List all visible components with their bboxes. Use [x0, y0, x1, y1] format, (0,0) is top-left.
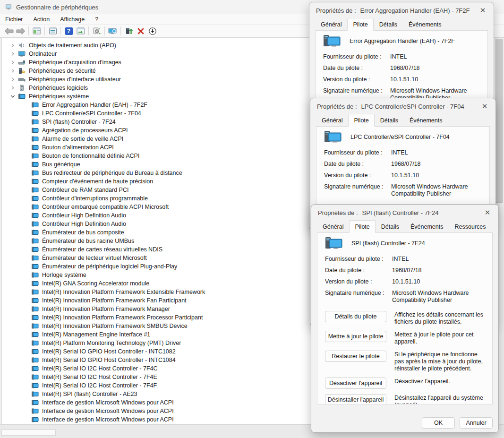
help-icon[interactable]: ?: [63, 26, 75, 36]
tree-item-label: Intel(R) Innovation Platform Framework E…: [42, 289, 205, 295]
tab[interactable]: Événements: [404, 115, 448, 127]
field-value: INTEL: [392, 256, 485, 263]
tree-item-label: Périphériques d'interface utilisateur: [29, 76, 121, 83]
system-device-icon: [31, 272, 39, 279]
driver-action-button[interactable]: Restaurer le pilote: [325, 351, 386, 362]
export-list-icon[interactable]: [75, 26, 86, 36]
system-device-icon: [31, 144, 39, 151]
chevron-right-icon[interactable]: [10, 77, 16, 82]
dialog-footer: OK Annuler: [422, 417, 493, 429]
tab[interactable]: Général: [317, 221, 349, 233]
field-label: Date du pilote :: [325, 267, 387, 274]
close-icon[interactable]: ✕: [478, 6, 488, 15]
tab-strip: GénéralPiloteDétailsÉvénements: [309, 18, 494, 31]
device-name: LPC Controller/eSPI Controller - 7F04: [350, 134, 450, 140]
vertical-scrollbar-thumb[interactable]: [495, 39, 503, 203]
tree-item-label: Périphériques système: [29, 93, 89, 100]
system-device-icon: [31, 136, 39, 143]
ok-button[interactable]: OK: [422, 417, 455, 429]
tree-item-label: Bus redirecteur de périphérique du Burea…: [42, 170, 182, 176]
chevron-right-icon[interactable]: [10, 86, 16, 90]
field-value: 10.1.51.10: [391, 172, 482, 179]
properties-dialog-spi: Propriétés de : SPI (flash) Controller -…: [311, 204, 499, 433]
chevron-right-icon[interactable]: [10, 60, 16, 65]
back-arrow-icon[interactable]: [3, 26, 15, 36]
system-device-icon: [31, 170, 39, 177]
driver-fields: Fournisseur du pilote : INTEL Date du pi…: [317, 253, 492, 304]
menu-item[interactable]: ?: [90, 15, 103, 24]
chevron-right-icon[interactable]: [10, 43, 16, 48]
remote-computer-search-icon[interactable]: [107, 26, 119, 36]
tab[interactable]: Général: [315, 19, 347, 31]
close-icon[interactable]: ✕: [482, 208, 493, 217]
driver-action-button[interactable]: Désactiver l'appareil: [325, 378, 386, 389]
field-label: Fournisseur du pilote :: [325, 256, 387, 263]
forward-arrow-icon[interactable]: [15, 26, 26, 36]
menu-item[interactable]: Action: [28, 15, 55, 24]
console-tree-icon[interactable]: [31, 26, 43, 36]
close-icon[interactable]: ✕: [479, 102, 490, 111]
tab[interactable]: Pilote: [349, 220, 375, 233]
system-device-icon: [31, 255, 39, 262]
dialog-title-prefix: Propriétés de :: [318, 209, 358, 216]
disable-device-icon[interactable]: [146, 26, 158, 36]
uninstall-device-icon[interactable]: [135, 26, 146, 36]
tab[interactable]: Événements: [405, 221, 449, 233]
computer-device-icon: [324, 130, 342, 144]
tab-strip: GénéralPiloteDétailsÉvénements: [310, 114, 495, 127]
tab[interactable]: Ressources: [449, 221, 491, 233]
tab[interactable]: Général: [316, 115, 348, 127]
system-device-icon: [31, 348, 39, 355]
tree-item-label: Périphérique d'acquisition d'images: [29, 59, 121, 66]
tree-item-label: Interface de gestion Microsoft Windows p…: [42, 399, 174, 406]
driver-action-button[interactable]: Désinstaller l'appareil: [325, 394, 386, 404]
system-device-icon: [31, 229, 39, 236]
tab[interactable]: Événements: [403, 19, 447, 31]
driver-tab-page: SPI (flash) Controller - 7F24 Fournisseu…: [317, 232, 493, 404]
tree-item-label: Bus générique: [42, 161, 80, 168]
menu-item[interactable]: Fichier: [0, 15, 28, 24]
update-driver-icon[interactable]: [123, 26, 135, 36]
field-label: Date du pilote :: [324, 161, 386, 168]
tree-item-label: Intel(R) Management Engine Interface #1: [42, 331, 150, 338]
system-device-icon: [31, 263, 39, 270]
driver-field-row: Date du pilote : 1968/07/18: [323, 65, 480, 72]
driver-field-row: Version du pilote : 10.1.51.10: [324, 172, 482, 179]
tab[interactable]: Pilote: [348, 114, 374, 127]
dialog-titlebar: Propriétés de : Error Aggregation Handle…: [309, 2, 494, 18]
chevron-right-icon[interactable]: [10, 52, 16, 56]
driver-action-row: Restaurer le pilote Si le périphérique n…: [325, 351, 485, 372]
toolbar-separator: [28, 26, 29, 35]
cancel-button[interactable]: Annuler: [460, 417, 493, 429]
driver-field-row: Version du pilote : 10.1.51.10: [323, 76, 480, 83]
field-label: Fournisseur du pilote :: [323, 53, 385, 60]
tab[interactable]: Pilote: [347, 18, 373, 31]
tab[interactable]: Détails: [376, 221, 405, 233]
menu-item[interactable]: Affichage: [55, 15, 90, 24]
dialog-title-device: LPC Controller/eSPI Controller - 7F04: [361, 103, 464, 110]
field-value: Microsoft Windows Hardware Compatibility…: [392, 290, 485, 304]
driver-action-button[interactable]: Mettre à jour le pilote: [325, 331, 386, 342]
tab[interactable]: Détails: [374, 19, 403, 31]
system-device-icon: [31, 314, 39, 321]
chevron-right-icon[interactable]: [10, 69, 16, 73]
toolbar-separator: [104, 26, 105, 35]
horizontal-scrollbar-thumb[interactable]: [1, 429, 56, 436]
field-value: 1968/07/18: [391, 161, 482, 168]
dialog-title-device: Error Aggregation Handler (EAH) - 7F2F: [360, 7, 470, 14]
field-value: 1968/07/18: [392, 267, 485, 274]
software-device-icon: [18, 85, 26, 92]
chevron-down-icon[interactable]: [10, 94, 16, 99]
scan-hardware-changes-icon[interactable]: [91, 26, 103, 36]
properties-icon[interactable]: [47, 26, 59, 36]
dialog-titlebar: Propriétés de : LPC Controller/eSPI Cont…: [310, 98, 495, 114]
system-device-icon: [31, 195, 39, 202]
device-header: Error Aggregation Handler (EAH) - 7F2F: [316, 31, 487, 51]
dialog-title-prefix: Propriétés de :: [316, 7, 356, 14]
toolbar-separator: [120, 26, 121, 35]
driver-action-button[interactable]: Détails du pilote: [325, 311, 386, 322]
system-device-icon: [31, 246, 39, 253]
driver-action-row: Désinstaller l'appareil Désinstallez l'a…: [325, 394, 485, 404]
field-label: Version du pilote :: [323, 76, 385, 83]
tab[interactable]: Détails: [375, 115, 404, 127]
